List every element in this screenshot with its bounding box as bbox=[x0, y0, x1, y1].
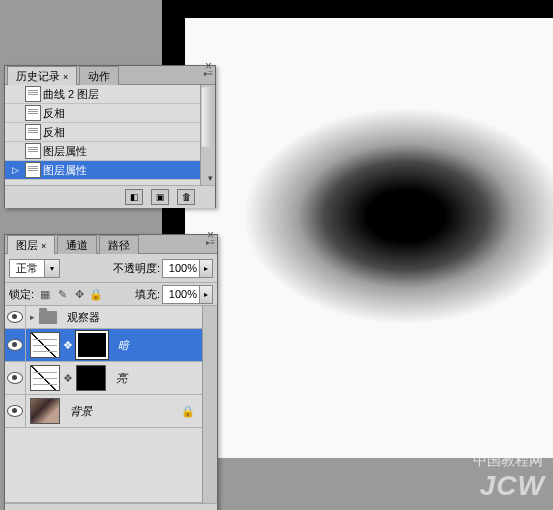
close-icon[interactable]: × bbox=[41, 241, 46, 251]
opacity-field[interactable] bbox=[163, 261, 199, 275]
scroll-down-icon[interactable]: ▾ bbox=[208, 173, 213, 183]
history-panel: × 历史记录× 动作 ▸≡ 曲线 2 图层 反相 反相 图层属性 ▷图层属性 ▾… bbox=[4, 65, 216, 208]
opacity-label: 不透明度: bbox=[113, 261, 160, 276]
history-item-current[interactable]: ▷图层属性 bbox=[5, 161, 215, 180]
lock-label: 锁定: bbox=[9, 287, 34, 302]
document-icon bbox=[25, 162, 41, 178]
panel-menu-icon[interactable]: ▸≡ bbox=[206, 238, 215, 247]
layer-thumbnail[interactable] bbox=[30, 398, 60, 424]
panel-menu-icon[interactable]: ▸≡ bbox=[204, 69, 213, 78]
scrollbar-thumb[interactable] bbox=[202, 87, 214, 147]
lock-fill-row: 锁定: ▦ ✎ ✥ 🔒 填充: ▸ bbox=[5, 283, 217, 306]
opacity-input[interactable]: ▸ bbox=[162, 259, 213, 278]
group-name[interactable]: 观察器 bbox=[67, 310, 100, 325]
mask-thumbnail[interactable] bbox=[76, 365, 106, 391]
blend-mode-select[interactable]: 正常▾ bbox=[9, 259, 60, 278]
eye-icon[interactable] bbox=[7, 405, 23, 417]
chevron-down-icon[interactable]: ▾ bbox=[44, 260, 59, 277]
link-icon[interactable]: ❖ bbox=[63, 372, 73, 385]
document-icon bbox=[25, 124, 41, 140]
layer-row-light[interactable]: ❖ 亮 bbox=[5, 362, 217, 395]
layer-row-background[interactable]: 背景 🔒 bbox=[5, 395, 217, 428]
folder-icon bbox=[39, 311, 57, 324]
eye-icon[interactable] bbox=[7, 372, 23, 384]
current-indicator-icon: ▷ bbox=[7, 165, 23, 175]
layers-panel: × 图层× 通道 路径 ▸≡ 正常▾ 不透明度: ▸ 锁定: ▦ ✎ ✥ 🔒 填… bbox=[4, 234, 218, 510]
arrow-right-icon[interactable]: ▸ bbox=[199, 286, 212, 303]
document-image[interactable] bbox=[185, 18, 553, 458]
scrollbar[interactable]: ▾ bbox=[200, 85, 215, 185]
history-item[interactable]: 图层属性 bbox=[5, 142, 215, 161]
new-snapshot-icon[interactable]: ◧ bbox=[125, 189, 143, 205]
tab-layers[interactable]: 图层× bbox=[7, 235, 55, 254]
layer-group[interactable]: ▸ 观察器 bbox=[5, 306, 217, 329]
history-tabs: 历史记录× 动作 ▸≡ bbox=[5, 66, 215, 85]
layer-row-dark[interactable]: ❖ 暗 bbox=[5, 329, 217, 362]
lock-move-icon[interactable]: ✥ bbox=[72, 287, 86, 301]
eye-icon[interactable] bbox=[7, 311, 23, 323]
curves-thumbnail[interactable] bbox=[30, 332, 60, 358]
history-item[interactable]: 反相 bbox=[5, 104, 215, 123]
tab-paths[interactable]: 路径 bbox=[99, 235, 139, 254]
link-icon[interactable]: ❖ bbox=[63, 339, 73, 352]
history-item[interactable]: 反相 bbox=[5, 123, 215, 142]
document-icon bbox=[25, 105, 41, 121]
blend-opacity-row: 正常▾ 不透明度: ▸ bbox=[5, 254, 217, 283]
fill-input[interactable]: ▸ bbox=[162, 285, 213, 304]
fill-field[interactable] bbox=[163, 287, 199, 301]
lock-transparent-icon[interactable]: ▦ bbox=[38, 287, 52, 301]
layers-tabs: 图层× 通道 路径 ▸≡ bbox=[5, 235, 217, 254]
history-item[interactable]: 曲线 2 图层 bbox=[5, 85, 215, 104]
layer-name[interactable]: 背景 bbox=[70, 404, 92, 419]
eye-icon[interactable] bbox=[7, 339, 23, 351]
layer-list: ▸ 观察器 ❖ 暗 ❖ 亮 背景 🔒 bbox=[5, 306, 217, 503]
arrow-right-icon[interactable]: ▸ bbox=[199, 260, 212, 277]
document-icon bbox=[25, 143, 41, 159]
lock-paint-icon[interactable]: ✎ bbox=[55, 287, 69, 301]
layer-name[interactable]: 暗 bbox=[118, 338, 129, 353]
close-icon[interactable]: × bbox=[63, 72, 68, 82]
tab-history[interactable]: 历史记录× bbox=[7, 66, 77, 85]
watermark-cn: 中国教程网 bbox=[473, 452, 543, 470]
layer-name[interactable]: 亮 bbox=[116, 371, 127, 386]
camera-icon[interactable]: ▣ bbox=[151, 189, 169, 205]
lock-icon: 🔒 bbox=[181, 405, 195, 418]
mask-thumbnail[interactable] bbox=[76, 331, 108, 359]
watermark-en: JCW bbox=[480, 470, 545, 502]
curves-thumbnail[interactable] bbox=[30, 365, 60, 391]
layers-footer: ⇔ fx▾ ◐ ◉ ▢ ▣ 🗑 bbox=[5, 503, 217, 510]
trash-icon[interactable]: 🗑 bbox=[177, 189, 195, 205]
scrollbar[interactable] bbox=[202, 306, 217, 503]
lock-all-icon[interactable]: 🔒 bbox=[89, 287, 103, 301]
history-footer: ◧ ▣ 🗑 bbox=[5, 185, 215, 208]
expand-triangle-icon[interactable]: ▸ bbox=[30, 312, 35, 322]
tab-channels[interactable]: 通道 bbox=[57, 235, 97, 254]
document-icon bbox=[25, 86, 41, 102]
tab-actions[interactable]: 动作 bbox=[79, 66, 119, 85]
history-list: 曲线 2 图层 反相 反相 图层属性 ▷图层属性 ▾ bbox=[5, 85, 215, 185]
fill-label: 填充: bbox=[135, 287, 160, 302]
